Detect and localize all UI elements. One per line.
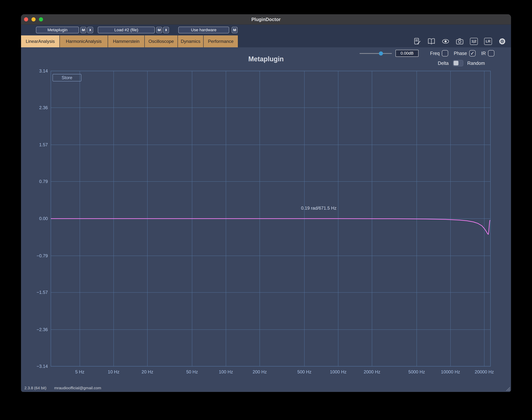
x-tick-label: 5 Hz [75, 369, 84, 374]
status-bar: 2.3.8 (64 bit) mraudioofficial@gmail.com [24, 386, 101, 390]
manual-book-icon[interactable] [428, 37, 435, 45]
window-title: PluginDoctor [21, 14, 511, 24]
report-edit-icon[interactable] [413, 37, 421, 45]
x-tick-label: 20000 Hz [475, 369, 494, 374]
y-tick-label: −0.79 [37, 253, 48, 258]
freq-label: Freq [430, 51, 440, 56]
x-tick-label: 20 Hz [142, 369, 153, 374]
phase-checkbox[interactable]: ✓ [469, 50, 475, 57]
x-tick-label: 100 Hz [219, 369, 233, 374]
y-tick-label: 3.14 [39, 68, 48, 74]
delta-toggle[interactable] [453, 60, 463, 66]
resize-handle[interactable] [505, 386, 510, 391]
x-tick-label: 5000 Hz [408, 369, 425, 374]
plugin-slot-3-button[interactable]: Use hardware [178, 27, 229, 33]
store-button[interactable]: Store [53, 74, 81, 81]
phase-label: Phase [454, 51, 467, 56]
toolbar-icons: 1|2 LR [413, 35, 506, 47]
tab-oscilloscope[interactable]: Oscilloscope [145, 35, 178, 47]
x-tick-label: 10000 Hz [441, 369, 460, 374]
ir-label: IR [481, 51, 486, 56]
gain-value-field[interactable]: 0.00dB [396, 50, 419, 57]
y-tick-label: −3.14 [37, 364, 48, 369]
x-tick-label: 2000 Hz [364, 369, 380, 374]
y-tick-label: 1.57 [39, 142, 48, 147]
phase-response-curve [51, 219, 490, 234]
freq-checkbox[interactable] [442, 50, 448, 57]
plugin-slot-2-remove-button[interactable]: X [163, 27, 169, 33]
delta-random-controls: Delta Random [438, 60, 485, 67]
x-tick-label: 10 Hz [108, 369, 119, 374]
plugin-slot-3-mute-button[interactable]: M [232, 27, 237, 33]
gain-slider-knob[interactable] [379, 51, 383, 56]
x-tick-label: 1000 Hz [330, 369, 346, 374]
phase-plot[interactable]: 3.142.361.570.790.00−0.79−1.57−2.36−3.14… [21, 47, 511, 392]
channel-1-2-icon[interactable]: 1|2 [470, 38, 478, 45]
eye-icon[interactable] [442, 37, 449, 45]
cursor-readout-text: 0.19 rad/671.5 Hz [301, 206, 337, 210]
y-tick-label: −1.57 [37, 290, 48, 295]
x-tick-label: 50 Hz [186, 369, 198, 374]
delta-toggle-knob[interactable] [454, 61, 458, 65]
camera-icon[interactable] [456, 37, 464, 45]
plugin-slot-1-button[interactable]: Metaplugin [36, 27, 79, 33]
tab-linear-analysis[interactable]: LinearAnalysis [21, 35, 60, 47]
settings-gear-icon[interactable] [498, 37, 506, 45]
gain-slider[interactable] [359, 50, 392, 57]
version-text: 2.3.8 (64 bit) [24, 386, 46, 390]
x-tick-label: 500 Hz [297, 369, 311, 374]
y-tick-label: 2.36 [39, 105, 48, 110]
random-label: Random [467, 60, 485, 66]
ir-checkbox[interactable] [488, 50, 494, 57]
plugin-slot-2-mute-button[interactable]: M [156, 27, 162, 33]
linear-analysis-chart: 3.142.361.570.790.00−0.79−1.57−2.36−3.14… [21, 47, 511, 392]
display-mode-controls: Freq Phase ✓ IR [430, 50, 494, 57]
x-tick-label: 200 Hz [252, 369, 267, 374]
gain-slider-track[interactable] [359, 53, 392, 54]
tab-dynamics[interactable]: Dynamics [178, 35, 204, 47]
plugin-slot-1-remove-button[interactable]: X [87, 27, 93, 33]
tab-harmonic-analysis[interactable]: HarmonicAnalysis [60, 35, 108, 47]
plugindoctor-window: PluginDoctor Metaplugin M X Load #2 (fil… [21, 14, 511, 392]
contact-email-text: mraudioofficial@gmail.com [54, 386, 101, 390]
tab-performance[interactable]: Performance [204, 35, 238, 47]
tab-hammerstein[interactable]: Hammerstein [108, 35, 145, 47]
plugin-slot-1-mute-button[interactable]: M [80, 27, 86, 33]
plugin-slot-toolbar: Metaplugin M X Load #2 (file) M X Use ha… [21, 25, 511, 35]
y-tick-label: 0.00 [39, 216, 48, 221]
delta-label: Delta [438, 60, 449, 66]
y-tick-label: −2.36 [37, 327, 48, 332]
y-tick-label: 0.79 [39, 179, 48, 184]
lr-channel-icon[interactable]: LR [484, 38, 492, 45]
analysis-tab-bar: LinearAnalysis HarmonicAnalysis Hammerst… [21, 35, 511, 47]
title-bar: PluginDoctor [21, 14, 511, 25]
plugin-slot-2-button[interactable]: Load #2 (file) [98, 27, 155, 33]
